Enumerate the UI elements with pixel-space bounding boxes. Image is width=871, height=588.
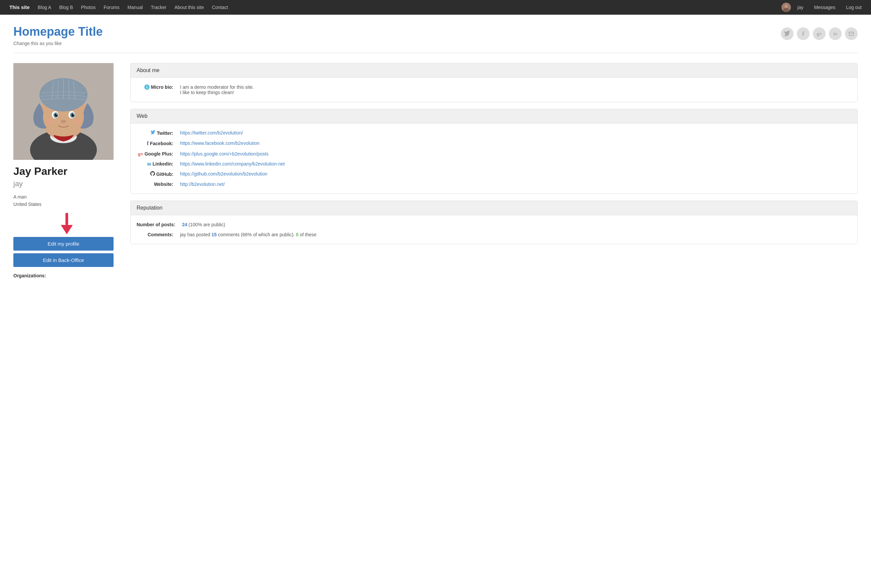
comments-row: Comments: jay has posted 15 comments (66… [136,232,851,237]
micro-bio-row: i Micro bio: I am a demo moderator for t… [136,84,851,95]
left-column: Jay Parker jay A man United States Edit … [13,63,120,278]
posts-label: Number of posts: [136,222,179,227]
svg-point-23 [73,119,81,124]
user-area: jay Messages Log out [781,0,866,15]
facebook-social-icon[interactable]: f [797,27,810,40]
profile-gender: A man [13,194,120,200]
svg-point-19 [57,114,57,115]
twitter-link[interactable]: https://twitter.com/b2evolution/ [180,130,243,136]
nav-about[interactable]: About this site [171,0,208,15]
facebook-icon: f [147,140,149,146]
twitter-row: Twitter: https://twitter.com/b2evolution… [136,130,851,136]
facebook-row: f Facebook: https://www.facebook.com/b2e… [136,140,851,146]
micro-bio-label: i Micro bio: [136,84,177,90]
navbar: This site Blog A Blog B Photos Forums Ma… [0,0,871,15]
linkedin-value: https://www.linkedin.com/company/b2evolu… [180,161,851,167]
profile-photo [13,63,114,160]
logout-link[interactable]: Log out [842,0,866,15]
comments-value: jay has posted 15 comments (66% of which… [180,232,851,237]
arrow-indicator [13,213,120,234]
linkedin-link[interactable]: https://www.linkedin.com/company/b2evolu… [180,161,285,167]
linkedin-row: in Linkedin: https://www.linkedin.com/co… [136,161,851,167]
github-row: GitHub: https://github.com/b2evolution/b… [136,171,851,177]
web-body: Twitter: https://twitter.com/b2evolution… [130,124,857,194]
linkedin-label: in Linkedin: [136,161,177,167]
web-card: Web Twitter: https://twitter.com/b2evolu… [130,109,858,194]
github-social-icon[interactable] [845,27,858,40]
nav-forums[interactable]: Forums [100,0,123,15]
linkedin-icon: in [147,161,151,167]
organizations-label: Organizations: [13,273,120,278]
linkedin-social-icon[interactable]: in [829,27,842,40]
nav-tracker[interactable]: Tracker [147,0,171,15]
googleplus-link[interactable]: https://plus.google.com/+b2evolution/pos… [180,151,268,157]
posts-row: Number of posts: 24 (100% are public) [136,222,851,227]
info-icon: i [144,84,150,90]
profile-full-name: Jay Parker [13,165,120,178]
social-icons: f g+ in [781,27,858,40]
homepage-title: Homepage Title [13,25,103,39]
website-value: http://b2evolution.net/ [180,182,851,187]
svg-point-20 [73,114,74,115]
reputation-card: Reputation Number of posts: 24 (100% are… [130,201,858,244]
github-label: GitHub: [136,171,177,177]
right-column: About me i Micro bio: I am a demo modera… [130,63,858,251]
messages-link[interactable]: Messages [810,0,839,15]
facebook-label: f Facebook: [136,140,177,146]
site-header: Homepage Title Change this as you like f… [0,15,871,53]
reputation-header: Reputation [130,201,857,215]
svg-point-21 [61,120,66,123]
facebook-link[interactable]: https://www.facebook.com/b2evolution [180,140,259,146]
about-me-body: i Micro bio: I am a demo moderator for t… [130,78,857,102]
googleplus-icon: g+ [138,152,143,157]
homepage-tagline: Change this as you like [13,41,103,46]
profile-location: United States [13,201,120,207]
twitter-social-icon[interactable] [781,27,793,40]
nav-contact[interactable]: Contact [208,0,232,15]
twitter-icon [151,130,155,136]
twitter-value: https://twitter.com/b2evolution/ [180,130,851,136]
profile-username: jay [13,179,120,188]
googleplus-social-icon[interactable]: g+ [813,27,826,40]
reputation-body: Number of posts: 24 (100% are public) Co… [130,215,857,244]
website-row: Website: http://b2evolution.net/ [136,182,851,187]
nav-blog-a[interactable]: Blog A [34,0,55,15]
github-link[interactable]: https://github.com/b2evolution/b2evoluti… [180,171,268,176]
posts-value: 24 (100% are public) [182,222,851,227]
comments-label: Comments: [136,232,177,237]
facebook-value: https://www.facebook.com/b2evolution [180,140,851,146]
twitter-label: Twitter: [136,130,177,136]
github-icon [150,171,155,177]
user-avatar[interactable] [781,3,791,12]
googleplus-row: g+ Google Plus: https://plus.google.com/… [136,151,851,157]
github-value: https://github.com/b2evolution/b2evoluti… [180,171,851,176]
edit-profile-button[interactable]: Edit my profile [13,237,114,251]
edit-backoffice-button[interactable]: Edit in Back-Office [13,253,114,267]
about-me-card: About me i Micro bio: I am a demo modera… [130,63,858,102]
site-title-link[interactable]: This site [5,0,34,15]
svg-point-1 [784,4,788,8]
username-link[interactable]: jay [793,0,808,15]
googleplus-value: https://plus.google.com/+b2evolution/pos… [180,151,851,157]
website-link[interactable]: http://b2evolution.net/ [180,182,225,187]
nav-blog-b[interactable]: Blog B [55,0,77,15]
web-header: Web [130,109,857,124]
nav-manual[interactable]: Manual [124,0,147,15]
micro-bio-value: I am a demo moderator for this site. I l… [180,84,851,95]
svg-point-22 [46,119,54,124]
about-me-header: About me [130,63,857,78]
nav-photos[interactable]: Photos [77,0,100,15]
googleplus-label: g+ Google Plus: [136,151,177,157]
main-content: Jay Parker jay A man United States Edit … [0,53,871,288]
website-label: Website: [136,182,177,187]
